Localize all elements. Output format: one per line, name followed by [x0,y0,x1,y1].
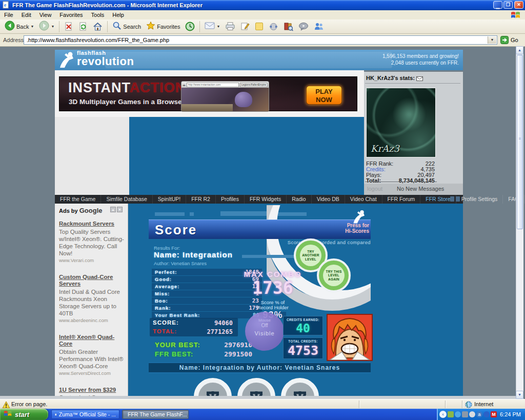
back-label: Back [16,24,29,30]
print-button[interactable] [223,21,238,32]
menu-edit[interactable]: Edit [17,11,35,19]
messages-status[interactable]: No New Messages [397,186,444,192]
nav-ffr-the-game[interactable]: FFR the Game [55,195,101,204]
mouse-visibility-toggle[interactable]: Mouse Off Visible [245,312,284,351]
instantaction-banner-ad[interactable]: INSTANTACTION 3D Multiplayer Games in a … [59,76,357,111]
play-now-button[interactable]: PLAY NOW [306,86,342,105]
forward-icon [39,21,49,33]
nav-video-db[interactable]: Video DB [312,195,345,204]
ad-url[interactable]: www.aberdeeninc.com [59,317,125,323]
nav-ffr-r2[interactable]: FFR R2 [186,195,216,204]
tray-icon-clock[interactable] [469,411,475,417]
start-button[interactable]: start [0,409,48,420]
home-button[interactable] [90,21,105,32]
go-label[interactable]: Go [511,34,518,46]
vertical-scrollbar[interactable]: ≡ [516,46,523,399]
menu-help[interactable]: Help [108,11,128,19]
tray-icon-network[interactable] [462,411,468,417]
internet-zone-label: Internet [474,399,493,409]
address-dropdown-icon[interactable]: ▼ [488,36,496,44]
user-avatar[interactable]: KrAz3 [366,88,436,157]
ad-item: Rackmount Servers Top Quality Servers w/… [59,221,125,263]
favorites-button[interactable]: Favorites [144,20,183,33]
message-envelope-icon[interactable] [416,76,423,81]
score-row: SCORE: 94060 [153,319,233,327]
tray-chevron-icon[interactable]: ‹ [439,411,447,418]
people-button[interactable] [311,21,327,32]
site-logo[interactable]: flashflash revolution [77,50,134,67]
close-button[interactable]: ✕ [514,1,523,9]
ad-title-link[interactable]: 1U Server from $329 [59,387,125,394]
ad-url[interactable]: www.ServersDirect.com [59,370,125,376]
nav-ffr-forum[interactable]: FFR Forum [382,195,421,204]
nav-radio[interactable]: Radio [287,195,311,204]
nav-spinitup[interactable]: SpinItUP! [153,195,186,204]
menu-view[interactable]: View [35,11,56,19]
scroll-down-icon[interactable]: ▼ [516,391,523,399]
score-label: SCORE: [153,319,179,327]
go-icon[interactable] [500,36,509,46]
nav-profile-settings[interactable]: Profile Settings [456,195,503,204]
hiscores-line1: Press for [318,223,369,228]
ads-prev-icon[interactable]: ▲ [110,207,116,212]
nav-scroll-right-icon[interactable] [456,196,460,202]
total-credits-label: TOTAL CREDITS: [284,339,322,343]
chat-button[interactable] [296,21,311,32]
tray-icon-mcafee[interactable]: M [491,411,497,417]
scroll-up-icon[interactable]: ▲ [516,46,523,54]
ad-url[interactable]: www.Verari.com [59,257,125,263]
taskbar-task-ffr[interactable]: e FFR The Game FlashF... [122,410,189,419]
ad-title-link[interactable]: Rackmount Servers [59,221,125,228]
history-button[interactable] [183,21,197,32]
menu-favorites[interactable]: Favorites [55,11,87,19]
menu-file[interactable]: File [0,11,17,19]
brand-action: ACTION [130,80,186,95]
divider [365,83,460,84]
mouse-line3: Visible [245,330,284,336]
ad-title-link[interactable]: Intel® Xeon® Quad-Core [59,334,125,348]
menu-tools[interactable]: Tools [87,11,109,19]
miss-label: Miss: [155,291,170,296]
hi-scores-button[interactable]: Press for Hi-Scores [318,223,369,234]
restore-button[interactable]: ❐ [503,1,513,9]
ads-next-icon[interactable]: ▼ [117,207,123,212]
try-this-level-again-button[interactable]: TRY THISLEVELAGAIN [317,258,351,292]
tray-icon-messenger[interactable] [455,411,461,417]
nav-video-chat[interactable]: Video Chat [345,195,382,204]
edit-button[interactable] [238,21,252,32]
nav-scroll-left-icon[interactable] [450,196,454,202]
scrollbar-thumb[interactable]: ≡ [517,55,523,229]
logout-link[interactable]: logout [367,186,382,192]
mail-icon [205,22,215,32]
nav-profiles[interactable]: Profiles [216,195,245,204]
research-button[interactable] [281,21,296,32]
deco-dash [220,211,267,216]
total-label: Total: [366,178,381,184]
tray-icon-antivirus[interactable] [448,411,454,417]
mail-button[interactable]: ▼ [202,21,223,33]
search-button[interactable]: Search [110,20,144,33]
stop-button[interactable] [62,21,76,32]
forward-button[interactable]: ▼ [36,19,57,34]
mouse-line1: Mouse [245,318,284,323]
flash-game-area[interactable]: Score Press for Hi-Scores Scores are rec… [128,204,463,396]
member-stats: 1,596,153 members and growing! 2,048 use… [301,53,459,66]
back-button[interactable]: Back ▼ [2,19,36,34]
discuss-button[interactable] [252,21,266,32]
refresh-button[interactable] [76,21,90,32]
messenger-button[interactable] [266,21,281,32]
deco-dash [155,212,185,216]
tray-icon-app-a[interactable]: a [476,411,482,417]
stop-icon [64,22,73,31]
minimize-button[interactable]: ▁ [493,1,502,9]
taskbar-task-zuma[interactable]: e Zuma™ Official Site - ... [51,410,119,419]
mini-url-text: http://www.instantaction.com [187,83,239,87]
nav-simfile-database[interactable]: Simfile Database [101,195,152,204]
back-caret-icon: ▼ [30,25,34,28]
banner-tagline: 3D Multiplayer Games in a Browser. [69,98,186,106]
address-input[interactable]: .http://www.flashflashrevolution.com/FFR… [24,35,497,45]
ad-title-link[interactable]: Custom Quad-Core Servers [59,274,125,288]
ie-window: e FFR The Game FlashFlashRevolution.com … [0,0,525,420]
nav-ffr-widgets[interactable]: FFR Widgets [245,195,287,204]
tray-icon-scheduler[interactable] [483,411,490,417]
